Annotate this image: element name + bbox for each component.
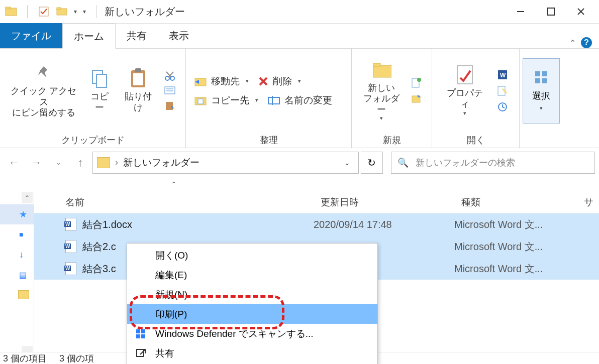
svg-rect-46 bbox=[141, 334, 145, 338]
checkbox-icon[interactable] bbox=[38, 6, 50, 18]
word-file-icon bbox=[65, 240, 76, 253]
group-label-clipboard: クリップボード bbox=[0, 133, 185, 148]
back-button[interactable]: ← bbox=[4, 153, 24, 173]
breadcrumb-sep-icon[interactable]: › bbox=[115, 157, 118, 168]
navigation-pane[interactable]: ⌃ ⌄ bbox=[0, 191, 34, 358]
svg-line-48 bbox=[140, 349, 145, 354]
svg-rect-39 bbox=[535, 71, 540, 76]
svg-text:W: W bbox=[500, 72, 506, 79]
nav-item[interactable] bbox=[0, 224, 34, 245]
svg-rect-47 bbox=[137, 349, 144, 356]
tab-file[interactable]: ファイル bbox=[0, 23, 62, 48]
paste-shortcut-button[interactable] bbox=[162, 99, 177, 112]
svg-rect-26 bbox=[198, 99, 203, 104]
search-icon: 🔍 bbox=[397, 157, 409, 168]
svg-rect-18 bbox=[165, 87, 175, 94]
collapse-ribbon-icon[interactable]: ⌃ bbox=[569, 38, 576, 48]
file-row[interactable]: 結合1.docx 2020/09/14 17:48 Microsoft Word… bbox=[34, 213, 599, 235]
svg-rect-40 bbox=[542, 71, 547, 76]
nav-quick-access[interactable] bbox=[0, 204, 34, 224]
svg-rect-41 bbox=[535, 78, 540, 83]
svg-rect-2 bbox=[39, 7, 48, 16]
copy-button[interactable]: コピー bbox=[82, 66, 117, 115]
svg-rect-6 bbox=[547, 8, 554, 15]
scroll-up-icon[interactable]: ⌃ bbox=[22, 192, 33, 203]
svg-rect-44 bbox=[141, 329, 145, 333]
ctx-defender[interactable]: Windows Defender でスキャンする... bbox=[127, 324, 377, 343]
word-file-icon bbox=[65, 218, 76, 231]
copy-to-button[interactable]: コピー先▾ bbox=[191, 92, 261, 109]
edit-button[interactable] bbox=[495, 84, 511, 97]
col-name[interactable]: 名前 bbox=[65, 196, 321, 209]
copy-icon bbox=[89, 68, 110, 88]
svg-point-32 bbox=[417, 78, 421, 82]
ctx-share[interactable]: 共有 bbox=[127, 343, 377, 363]
delete-button[interactable]: 削除▾ bbox=[255, 73, 304, 90]
column-headers[interactable]: 名前 更新日時 種類 サ bbox=[34, 191, 599, 213]
status-selected-count: 3 個の項 bbox=[59, 352, 94, 365]
history-button[interactable] bbox=[495, 100, 511, 113]
forward-button[interactable]: → bbox=[26, 153, 46, 173]
paste-button[interactable]: 貼り付け bbox=[117, 66, 159, 115]
window-title: 新しいフォルダー bbox=[101, 5, 185, 19]
folder-icon bbox=[97, 157, 110, 168]
qat-dropdown-icon[interactable]: ▾ bbox=[74, 8, 77, 15]
close-button[interactable] bbox=[566, 2, 596, 22]
tab-share[interactable]: 共有 bbox=[116, 23, 158, 48]
new-folder-button[interactable]: 新しい フォルダー ▾ bbox=[357, 58, 406, 124]
col-date[interactable]: 更新日時 bbox=[321, 196, 461, 209]
copy-path-button[interactable] bbox=[162, 85, 177, 96]
col-size[interactable]: サ bbox=[584, 196, 599, 209]
nav-item[interactable] bbox=[0, 265, 34, 285]
svg-rect-42 bbox=[542, 78, 547, 83]
pin-icon bbox=[34, 63, 54, 83]
nav-item[interactable] bbox=[0, 285, 34, 305]
svg-rect-10 bbox=[96, 74, 107, 87]
select-button[interactable]: 選択 ▾ bbox=[523, 58, 560, 124]
svg-rect-13 bbox=[135, 68, 141, 72]
ctx-new[interactable]: 新規(N) bbox=[127, 285, 377, 304]
open-with-button[interactable]: W bbox=[495, 68, 511, 81]
svg-rect-4 bbox=[57, 8, 61, 10]
search-input[interactable]: 🔍 新しいフォルダーの検索 bbox=[391, 152, 595, 174]
new-folder-icon bbox=[371, 60, 391, 80]
defender-icon bbox=[134, 327, 147, 340]
chevron-up-icon[interactable]: ⌃ bbox=[171, 180, 177, 188]
refresh-button[interactable]: ↻ bbox=[361, 152, 383, 174]
word-file-icon bbox=[65, 262, 76, 275]
properties-button[interactable]: プロパティ ▾ bbox=[437, 63, 492, 118]
ctx-edit[interactable]: 編集(E) bbox=[127, 265, 377, 285]
group-label-organize: 整理 bbox=[186, 133, 351, 148]
svg-rect-30 bbox=[373, 63, 380, 66]
move-to-button[interactable]: 移動先▾ bbox=[191, 73, 252, 90]
breadcrumb[interactable]: 新しいフォルダー bbox=[123, 156, 199, 169]
nav-item[interactable] bbox=[0, 245, 34, 265]
maximize-button[interactable] bbox=[536, 2, 566, 22]
rename-button[interactable]: 名前の変更 bbox=[264, 92, 335, 109]
address-bar[interactable]: › 新しいフォルダー ⌄ bbox=[92, 152, 359, 174]
col-type[interactable]: 種類 bbox=[461, 196, 584, 209]
svg-rect-34 bbox=[457, 66, 472, 84]
address-dropdown-icon[interactable]: ⌄ bbox=[340, 159, 354, 167]
paste-icon bbox=[128, 68, 148, 88]
ctx-print[interactable]: 印刷(P) bbox=[127, 304, 377, 324]
svg-rect-1 bbox=[6, 7, 11, 9]
pin-to-quick-access-button[interactable]: クイック アクセス にピン留めする bbox=[5, 61, 82, 120]
status-item-count: 3 個の項目 bbox=[3, 352, 47, 365]
folder-small-icon[interactable] bbox=[56, 6, 68, 18]
tab-home[interactable]: ホーム bbox=[62, 24, 116, 49]
easy-access-button[interactable] bbox=[409, 92, 424, 105]
svg-rect-29 bbox=[373, 65, 391, 77]
minimize-button[interactable] bbox=[506, 2, 536, 22]
cut-button[interactable] bbox=[162, 69, 177, 82]
up-button[interactable]: ↑ bbox=[70, 153, 90, 173]
svg-rect-27 bbox=[268, 97, 279, 104]
tab-view[interactable]: 表示 bbox=[158, 23, 200, 48]
group-label-new: 新規 bbox=[352, 133, 432, 148]
share-icon bbox=[134, 347, 147, 360]
help-icon[interactable]: ? bbox=[581, 37, 592, 48]
recent-dropdown-icon[interactable]: ⌄ bbox=[48, 153, 68, 173]
qat-overflow-icon[interactable]: ▾ bbox=[83, 8, 86, 15]
ctx-open[interactable]: 開く(O) bbox=[127, 246, 377, 265]
new-item-button[interactable] bbox=[409, 76, 424, 89]
